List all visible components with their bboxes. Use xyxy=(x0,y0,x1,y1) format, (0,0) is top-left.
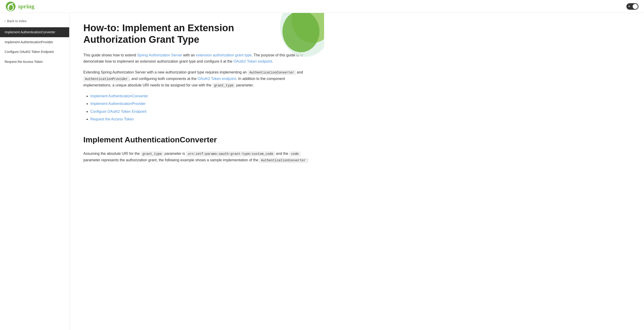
sidebar-item-request-access-token[interactable]: Request the Access Token xyxy=(0,57,69,67)
sidebar-item-implement-authprovider[interactable]: Implement AuthenticationProvider xyxy=(0,37,69,47)
sidebar: ‹ Back to index Implement Authentication… xyxy=(0,13,70,330)
toc-item-4: Request the Access Token xyxy=(90,116,310,122)
section1-title: Implement AuthenticationConverter xyxy=(83,133,310,146)
intro-text-prefix: This guide shows how to extend xyxy=(83,53,137,57)
toc-item-2: Implement AuthenticationProvider xyxy=(90,101,310,107)
toc-item-1: Implement AuthenticationConverter xyxy=(90,93,310,99)
intro-text-mid: with an xyxy=(182,53,196,57)
section1-code-param: code xyxy=(289,152,300,156)
sidebar-item-implement-authconverter[interactable]: Implement AuthenticationConverter xyxy=(0,27,69,37)
intro2-end: parameter. xyxy=(235,83,254,87)
section1-authconverter-code: AuthenticationConverter xyxy=(259,158,307,163)
spring-logo-text: spring xyxy=(18,1,34,11)
toc-link-token-endpoint[interactable]: Configure OAuth2 Token Endpoint xyxy=(90,110,146,114)
section1-paragraph-1: Assuming the absolute URI for the grant_… xyxy=(83,151,310,164)
page-layout: ‹ Back to index Implement Authentication… xyxy=(0,13,644,330)
section1-text-end: : xyxy=(308,158,308,162)
intro2-mid2: , and configuring both components at the xyxy=(130,77,198,81)
section1-text-suffix: parameter represents the authorization g… xyxy=(83,158,259,162)
intro-paragraph-2: Extending Spring Authorization Server wi… xyxy=(83,69,310,88)
extension-grant-type-link[interactable]: extension authorization grant type xyxy=(196,53,252,57)
auth-converter-code-1: AuthenticationConverter xyxy=(248,70,296,75)
sidebar-item-configure-token-endpoint[interactable]: Configure OAuth2 Token Endpoint xyxy=(0,47,69,57)
chevron-left-icon: ‹ xyxy=(5,18,6,23)
toc-link-access-token[interactable]: Request the Access Token xyxy=(90,117,134,121)
back-to-index-link[interactable]: ‹ Back to index xyxy=(0,17,69,25)
section1-text-mid2: and the xyxy=(275,152,289,156)
section1-text-prefix: Assuming the absolute URI for the xyxy=(83,152,141,156)
svg-point-0 xyxy=(6,1,16,11)
spring-logo[interactable]: spring xyxy=(6,1,34,11)
spring-auth-server-link[interactable]: Spring Authorization Server xyxy=(137,53,182,57)
main-content: How-to: Implement an Extension Authoriza… xyxy=(70,13,324,330)
toc-item-3: Configure OAuth2 Token Endpoint xyxy=(90,109,310,115)
oauth2-token-endpoint-link-1[interactable]: OAuth2 Token endpoint xyxy=(233,59,272,63)
intro2-prefix: Extending Spring Authorization Server wi… xyxy=(83,70,248,74)
decorative-graphic xyxy=(259,13,324,59)
section1-grant-type-code: grant_type xyxy=(141,152,164,156)
top-nav: spring ☀ xyxy=(0,0,644,13)
theme-toggle-knob xyxy=(633,4,638,9)
section1-uri-code: urn:ietf:params:oauth:grant-type:custom_… xyxy=(186,152,275,156)
toc-link-authconverter[interactable]: Implement AuthenticationConverter xyxy=(90,94,148,98)
sun-icon: ☀ xyxy=(628,4,630,9)
toc-link-authprovider[interactable]: Implement AuthenticationProvider xyxy=(90,102,146,106)
intro2-mid: and xyxy=(296,70,303,74)
intro-text-end: . xyxy=(272,59,273,63)
table-of-contents: Implement AuthenticationConverter Implem… xyxy=(90,93,310,122)
spring-logo-icon xyxy=(6,1,16,11)
auth-provider-code-1: AuthenticationProvider xyxy=(83,77,130,81)
svg-point-1 xyxy=(8,8,9,9)
grant-type-code: grant_type xyxy=(212,83,235,88)
back-link-label: Back to index xyxy=(7,18,26,23)
theme-toggle-button[interactable]: ☀ xyxy=(626,3,638,10)
oauth2-token-endpoint-link-2[interactable]: OAuth2 Token endpoint xyxy=(198,77,236,81)
section1-text-mid: parameter is xyxy=(164,152,186,156)
